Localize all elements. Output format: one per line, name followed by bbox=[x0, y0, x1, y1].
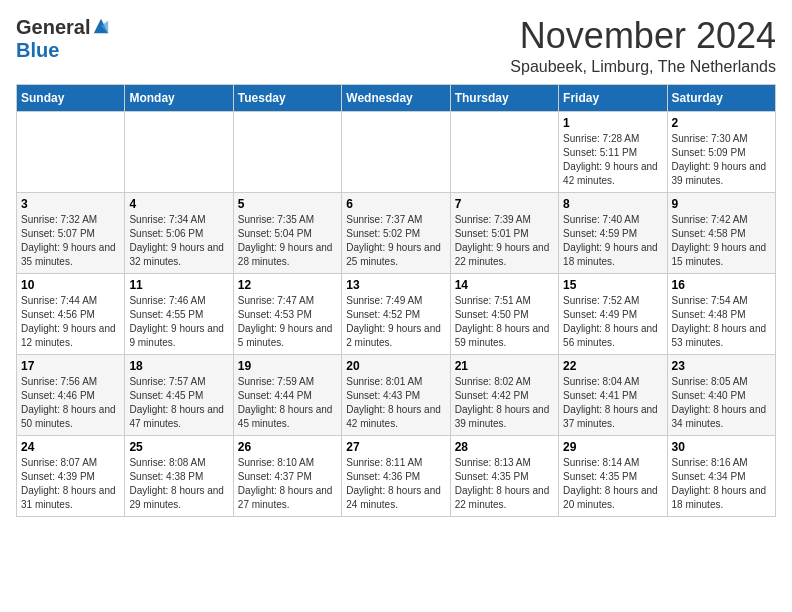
day-info: Sunrise: 7:44 AM Sunset: 4:56 PM Dayligh… bbox=[21, 294, 120, 350]
day-info: Sunrise: 8:16 AM Sunset: 4:34 PM Dayligh… bbox=[672, 456, 771, 512]
header: General Blue November 2024 Spaubeek, Lim… bbox=[16, 16, 776, 76]
calendar-cell: 9Sunrise: 7:42 AM Sunset: 4:58 PM Daylig… bbox=[667, 192, 775, 273]
calendar-cell bbox=[342, 111, 450, 192]
day-info: Sunrise: 7:35 AM Sunset: 5:04 PM Dayligh… bbox=[238, 213, 337, 269]
calendar-cell: 27Sunrise: 8:11 AM Sunset: 4:36 PM Dayli… bbox=[342, 435, 450, 516]
day-info: Sunrise: 7:54 AM Sunset: 4:48 PM Dayligh… bbox=[672, 294, 771, 350]
location-title: Spaubeek, Limburg, The Netherlands bbox=[510, 58, 776, 76]
day-info: Sunrise: 7:28 AM Sunset: 5:11 PM Dayligh… bbox=[563, 132, 662, 188]
day-number: 26 bbox=[238, 440, 337, 454]
calendar-cell: 20Sunrise: 8:01 AM Sunset: 4:43 PM Dayli… bbox=[342, 354, 450, 435]
calendar-cell: 18Sunrise: 7:57 AM Sunset: 4:45 PM Dayli… bbox=[125, 354, 233, 435]
day-info: Sunrise: 8:07 AM Sunset: 4:39 PM Dayligh… bbox=[21, 456, 120, 512]
calendar-week-row: 10Sunrise: 7:44 AM Sunset: 4:56 PM Dayli… bbox=[17, 273, 776, 354]
calendar-week-row: 24Sunrise: 8:07 AM Sunset: 4:39 PM Dayli… bbox=[17, 435, 776, 516]
day-number: 18 bbox=[129, 359, 228, 373]
weekday-header: Sunday bbox=[17, 84, 125, 111]
calendar-cell: 28Sunrise: 8:13 AM Sunset: 4:35 PM Dayli… bbox=[450, 435, 558, 516]
weekday-header: Thursday bbox=[450, 84, 558, 111]
day-number: 5 bbox=[238, 197, 337, 211]
weekday-header: Wednesday bbox=[342, 84, 450, 111]
day-info: Sunrise: 7:52 AM Sunset: 4:49 PM Dayligh… bbox=[563, 294, 662, 350]
calendar-cell: 3Sunrise: 7:32 AM Sunset: 5:07 PM Daylig… bbox=[17, 192, 125, 273]
calendar-cell: 12Sunrise: 7:47 AM Sunset: 4:53 PM Dayli… bbox=[233, 273, 341, 354]
day-number: 15 bbox=[563, 278, 662, 292]
day-info: Sunrise: 7:49 AM Sunset: 4:52 PM Dayligh… bbox=[346, 294, 445, 350]
calendar-cell: 26Sunrise: 8:10 AM Sunset: 4:37 PM Dayli… bbox=[233, 435, 341, 516]
day-number: 4 bbox=[129, 197, 228, 211]
calendar-cell bbox=[233, 111, 341, 192]
calendar-cell: 17Sunrise: 7:56 AM Sunset: 4:46 PM Dayli… bbox=[17, 354, 125, 435]
day-number: 2 bbox=[672, 116, 771, 130]
calendar-week-row: 3Sunrise: 7:32 AM Sunset: 5:07 PM Daylig… bbox=[17, 192, 776, 273]
day-number: 16 bbox=[672, 278, 771, 292]
logo-general-text: General bbox=[16, 16, 90, 39]
calendar-cell: 6Sunrise: 7:37 AM Sunset: 5:02 PM Daylig… bbox=[342, 192, 450, 273]
calendar-cell bbox=[450, 111, 558, 192]
day-number: 28 bbox=[455, 440, 554, 454]
calendar-cell: 1Sunrise: 7:28 AM Sunset: 5:11 PM Daylig… bbox=[559, 111, 667, 192]
weekday-header: Tuesday bbox=[233, 84, 341, 111]
day-info: Sunrise: 8:08 AM Sunset: 4:38 PM Dayligh… bbox=[129, 456, 228, 512]
weekday-header: Saturday bbox=[667, 84, 775, 111]
day-info: Sunrise: 7:40 AM Sunset: 4:59 PM Dayligh… bbox=[563, 213, 662, 269]
calendar-cell: 14Sunrise: 7:51 AM Sunset: 4:50 PM Dayli… bbox=[450, 273, 558, 354]
day-number: 17 bbox=[21, 359, 120, 373]
day-info: Sunrise: 7:42 AM Sunset: 4:58 PM Dayligh… bbox=[672, 213, 771, 269]
logo-blue-text: Blue bbox=[16, 39, 59, 61]
day-number: 20 bbox=[346, 359, 445, 373]
calendar-cell: 5Sunrise: 7:35 AM Sunset: 5:04 PM Daylig… bbox=[233, 192, 341, 273]
day-number: 8 bbox=[563, 197, 662, 211]
day-number: 3 bbox=[21, 197, 120, 211]
calendar-header-row: SundayMondayTuesdayWednesdayThursdayFrid… bbox=[17, 84, 776, 111]
day-number: 29 bbox=[563, 440, 662, 454]
day-info: Sunrise: 7:56 AM Sunset: 4:46 PM Dayligh… bbox=[21, 375, 120, 431]
day-number: 6 bbox=[346, 197, 445, 211]
day-number: 22 bbox=[563, 359, 662, 373]
calendar-cell: 13Sunrise: 7:49 AM Sunset: 4:52 PM Dayli… bbox=[342, 273, 450, 354]
day-number: 9 bbox=[672, 197, 771, 211]
day-info: Sunrise: 7:34 AM Sunset: 5:06 PM Dayligh… bbox=[129, 213, 228, 269]
day-info: Sunrise: 8:10 AM Sunset: 4:37 PM Dayligh… bbox=[238, 456, 337, 512]
day-info: Sunrise: 7:51 AM Sunset: 4:50 PM Dayligh… bbox=[455, 294, 554, 350]
calendar-cell: 15Sunrise: 7:52 AM Sunset: 4:49 PM Dayli… bbox=[559, 273, 667, 354]
day-info: Sunrise: 8:05 AM Sunset: 4:40 PM Dayligh… bbox=[672, 375, 771, 431]
day-number: 24 bbox=[21, 440, 120, 454]
calendar-cell bbox=[125, 111, 233, 192]
calendar-cell: 22Sunrise: 8:04 AM Sunset: 4:41 PM Dayli… bbox=[559, 354, 667, 435]
calendar-cell: 8Sunrise: 7:40 AM Sunset: 4:59 PM Daylig… bbox=[559, 192, 667, 273]
calendar-week-row: 17Sunrise: 7:56 AM Sunset: 4:46 PM Dayli… bbox=[17, 354, 776, 435]
day-number: 13 bbox=[346, 278, 445, 292]
day-info: Sunrise: 8:04 AM Sunset: 4:41 PM Dayligh… bbox=[563, 375, 662, 431]
day-info: Sunrise: 7:57 AM Sunset: 4:45 PM Dayligh… bbox=[129, 375, 228, 431]
calendar-cell: 19Sunrise: 7:59 AM Sunset: 4:44 PM Dayli… bbox=[233, 354, 341, 435]
day-info: Sunrise: 8:13 AM Sunset: 4:35 PM Dayligh… bbox=[455, 456, 554, 512]
calendar-cell: 24Sunrise: 8:07 AM Sunset: 4:39 PM Dayli… bbox=[17, 435, 125, 516]
day-info: Sunrise: 7:39 AM Sunset: 5:01 PM Dayligh… bbox=[455, 213, 554, 269]
day-info: Sunrise: 7:32 AM Sunset: 5:07 PM Dayligh… bbox=[21, 213, 120, 269]
title-area: November 2024 Spaubeek, Limburg, The Net… bbox=[510, 16, 776, 76]
day-number: 1 bbox=[563, 116, 662, 130]
calendar-cell: 11Sunrise: 7:46 AM Sunset: 4:55 PM Dayli… bbox=[125, 273, 233, 354]
day-number: 12 bbox=[238, 278, 337, 292]
calendar-cell: 30Sunrise: 8:16 AM Sunset: 4:34 PM Dayli… bbox=[667, 435, 775, 516]
weekday-header: Monday bbox=[125, 84, 233, 111]
calendar-cell bbox=[17, 111, 125, 192]
weekday-header: Friday bbox=[559, 84, 667, 111]
calendar-cell: 25Sunrise: 8:08 AM Sunset: 4:38 PM Dayli… bbox=[125, 435, 233, 516]
day-number: 25 bbox=[129, 440, 228, 454]
day-info: Sunrise: 7:37 AM Sunset: 5:02 PM Dayligh… bbox=[346, 213, 445, 269]
calendar-cell: 23Sunrise: 8:05 AM Sunset: 4:40 PM Dayli… bbox=[667, 354, 775, 435]
day-number: 30 bbox=[672, 440, 771, 454]
calendar-cell: 16Sunrise: 7:54 AM Sunset: 4:48 PM Dayli… bbox=[667, 273, 775, 354]
day-info: Sunrise: 8:02 AM Sunset: 4:42 PM Dayligh… bbox=[455, 375, 554, 431]
day-info: Sunrise: 7:47 AM Sunset: 4:53 PM Dayligh… bbox=[238, 294, 337, 350]
day-info: Sunrise: 7:59 AM Sunset: 4:44 PM Dayligh… bbox=[238, 375, 337, 431]
logo-icon bbox=[92, 17, 110, 35]
calendar-table: SundayMondayTuesdayWednesdayThursdayFrid… bbox=[16, 84, 776, 517]
day-number: 27 bbox=[346, 440, 445, 454]
day-info: Sunrise: 7:46 AM Sunset: 4:55 PM Dayligh… bbox=[129, 294, 228, 350]
day-number: 19 bbox=[238, 359, 337, 373]
day-number: 7 bbox=[455, 197, 554, 211]
calendar-week-row: 1Sunrise: 7:28 AM Sunset: 5:11 PM Daylig… bbox=[17, 111, 776, 192]
